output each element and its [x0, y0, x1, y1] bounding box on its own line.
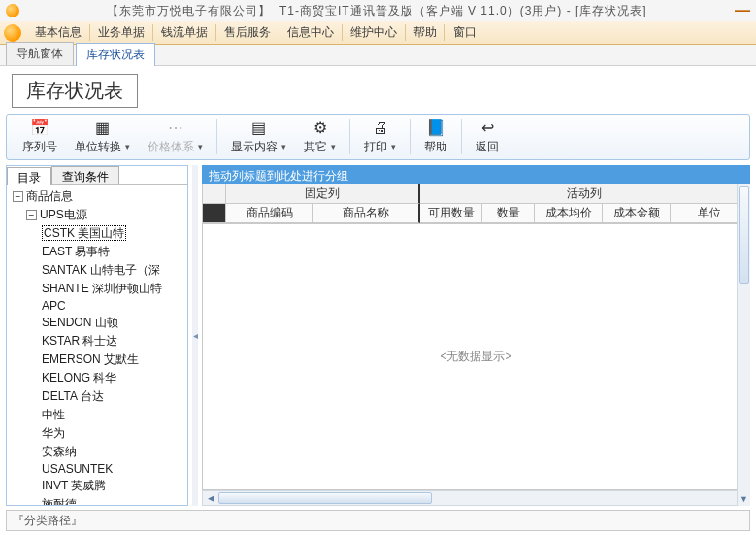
- collapse-icon[interactable]: −: [13, 191, 23, 202]
- scroll-thumb[interactable]: [739, 186, 749, 284]
- col-avg-cost[interactable]: 成本均价: [535, 204, 603, 223]
- menu-window[interactable]: 窗口: [445, 24, 484, 41]
- menu-after-sales[interactable]: 售后服务: [216, 24, 279, 41]
- tree-item[interactable]: KSTAR 科士达: [9, 332, 185, 351]
- status-bar: 『分类路径』: [6, 510, 750, 531]
- chevron-down-icon: ▾: [281, 142, 286, 151]
- tree-item[interactable]: EAST 易事特: [9, 243, 185, 261]
- tree-root[interactable]: −商品信息: [9, 187, 185, 206]
- toolbar-sep: [216, 119, 217, 154]
- group-by-bar[interactable]: 拖动列标题到此处进行分组: [202, 165, 750, 184]
- tree-item[interactable]: KELONG 科华: [9, 369, 185, 387]
- ltab-catalog[interactable]: 目录: [7, 167, 51, 185]
- menu-help[interactable]: 帮助: [406, 24, 445, 41]
- app-orb-icon[interactable]: [4, 24, 21, 42]
- chevron-down-icon: ▾: [125, 142, 130, 151]
- tree-item[interactable]: SENDON 山顿: [9, 314, 185, 332]
- btn-help[interactable]: 📘 帮助: [416, 116, 455, 158]
- tree-item[interactable]: 安森纳: [9, 443, 185, 461]
- menu-bar: 基本信息 业务单据 钱流单据 售后服务 信息中心 维护中心 帮助 窗口: [0, 21, 756, 45]
- row-selector[interactable]: [203, 204, 226, 223]
- chevron-down-icon: ▾: [331, 142, 336, 151]
- gear-icon: ⚙: [312, 119, 329, 137]
- splitter[interactable]: ◂: [192, 165, 198, 506]
- menu-basic-info[interactable]: 基本信息: [27, 24, 90, 41]
- tree-item[interactable]: APC: [9, 298, 185, 314]
- book-icon: 📘: [427, 119, 444, 137]
- btn-display[interactable]: ▤ 显示内容▾: [223, 116, 294, 158]
- calendar-icon: 📅: [31, 119, 49, 137]
- ltab-query[interactable]: 查询条件: [51, 166, 119, 184]
- toolbar-sep: [461, 119, 462, 154]
- col-qty[interactable]: 数量: [482, 204, 535, 223]
- tree-item[interactable]: SANTAK 山特电子（深: [9, 261, 185, 280]
- menu-business[interactable]: 业务单据: [90, 24, 153, 41]
- fixed-cols-header: 固定列: [226, 184, 420, 204]
- row-selector-header[interactable]: [203, 184, 226, 204]
- btn-price-sys: ⋯ 价格体系▾: [140, 116, 211, 158]
- btn-other[interactable]: ⚙ 其它▾: [296, 116, 344, 158]
- document-tabs: 导航窗体 库存状况表: [0, 45, 756, 66]
- scroll-thumb[interactable]: [218, 492, 432, 504]
- toolbar-sep: [410, 119, 411, 154]
- title-bar: 【东莞市万悦电子有限公司】 T1-商贸宝IT通讯普及版（客户端 V 11.0）(…: [0, 0, 756, 21]
- col-name[interactable]: 商品名称: [313, 204, 420, 223]
- toolbar: 📅 序列号 ▦ 单位转换▾ ⋯ 价格体系▾ ▤ 显示内容▾ ⚙ 其它▾ 🖨 打印…: [6, 114, 750, 160]
- tree-cat-ups[interactable]: −UPS电源: [9, 206, 185, 224]
- grid-header: 固定列 活动列 商品编码 商品名称 可用数量 数量 成本均价 成本金额 单位: [202, 184, 750, 224]
- grid-hscroll[interactable]: ◀ ▶: [202, 490, 750, 506]
- grid-panel: 拖动列标题到此处进行分组 固定列 活动列 商品编码 商品名称 可用数量 数量 成…: [202, 165, 750, 506]
- left-tabs: 目录 查询条件: [7, 166, 187, 185]
- menu-money[interactable]: 钱流单据: [153, 24, 216, 41]
- tree-item[interactable]: INVT 英威腾: [9, 477, 185, 495]
- back-icon: ↩: [478, 119, 496, 137]
- btn-serial[interactable]: 📅 序列号: [15, 116, 65, 158]
- tree-item[interactable]: 华为: [9, 424, 185, 443]
- page-title: 库存状况表: [12, 74, 138, 108]
- collapse-icon[interactable]: −: [26, 210, 37, 220]
- menu-info-center[interactable]: 信息中心: [279, 24, 343, 41]
- app-icon: [6, 4, 19, 17]
- menu-maint[interactable]: 维护中心: [343, 24, 406, 41]
- grid-body: <无数据显示>: [202, 224, 750, 490]
- table-icon: ▤: [250, 119, 268, 137]
- window-title: 【东莞市万悦电子有限公司】 T1-商贸宝IT通讯普及版（客户端 V 11.0）(…: [25, 3, 729, 19]
- tree-item[interactable]: EMERSON 艾默生: [9, 351, 185, 369]
- tree-item[interactable]: SHANTE 深圳伊顿山特: [9, 280, 185, 298]
- tree[interactable]: −商品信息 −UPS电源 CSTK 美国山特 EAST 易事特 SANTAK 山…: [7, 185, 187, 505]
- chevron-down-icon: ▾: [391, 142, 396, 151]
- empty-text: <无数据显示>: [440, 349, 511, 365]
- col-avail-qty[interactable]: 可用数量: [420, 204, 482, 223]
- minimize-button[interactable]: —: [735, 2, 750, 19]
- btn-unit-conv[interactable]: ▦ 单位转换▾: [67, 116, 138, 158]
- tree-item[interactable]: 施耐德: [9, 495, 185, 505]
- tree-scrollbar[interactable]: ▲ ▼: [737, 184, 750, 506]
- status-text: 『分类路径』: [13, 513, 82, 529]
- printer-icon: 🖨: [372, 119, 389, 137]
- col-code[interactable]: 商品编码: [226, 204, 313, 223]
- active-cols-header: 活动列: [420, 184, 749, 204]
- toolbar-sep: [349, 119, 350, 154]
- chevron-down-icon: ▾: [198, 142, 203, 151]
- scroll-down-icon[interactable]: ▼: [738, 492, 750, 506]
- btn-back[interactable]: ↩ 返回: [468, 116, 507, 158]
- tree-item[interactable]: USASUNTEK: [9, 461, 185, 477]
- price-icon: ⋯: [167, 119, 184, 137]
- col-cost-amt[interactable]: 成本金额: [603, 204, 671, 223]
- left-panel: 目录 查询条件 −商品信息 −UPS电源 CSTK 美国山特 EAST 易事特 …: [6, 165, 188, 506]
- tab-nav[interactable]: 导航窗体: [6, 42, 74, 65]
- tree-item-selected[interactable]: CSTK 美国山特: [9, 224, 185, 243]
- tree-item[interactable]: 中性: [9, 406, 185, 424]
- scroll-left-icon[interactable]: ◀: [203, 493, 218, 503]
- tree-item[interactable]: DELTA 台达: [9, 387, 185, 406]
- grid-icon: ▦: [94, 119, 112, 137]
- btn-print[interactable]: 🖨 打印▾: [356, 116, 404, 158]
- tab-inventory[interactable]: 库存状况表: [76, 43, 155, 66]
